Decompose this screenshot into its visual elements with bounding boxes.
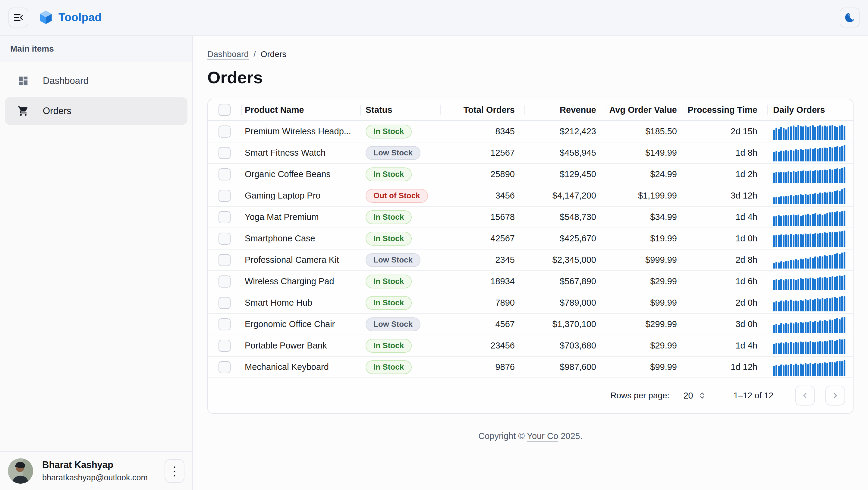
cell-processing-time: 1d 12h xyxy=(687,362,767,372)
cell-processing-time: 1d 2h xyxy=(687,169,767,179)
column-header-total-orders[interactable]: Total Orders xyxy=(440,105,524,115)
copyright: Copyright © Your Co 2025. xyxy=(207,431,854,441)
row-checkbox-cell xyxy=(208,361,241,373)
cell-avg-order-value: $185.50 xyxy=(606,126,687,136)
column-header-revenue[interactable]: Revenue xyxy=(524,105,606,115)
sidebar-item-orders[interactable]: Orders xyxy=(5,97,187,125)
cell-processing-time: 3d 12h xyxy=(687,191,767,201)
pager-buttons xyxy=(795,385,845,405)
daily-orders-sparkline xyxy=(773,337,845,354)
rows-per-page-spinner[interactable] xyxy=(698,391,707,400)
column-header-daily-orders[interactable]: Daily Orders xyxy=(767,105,853,115)
table-row[interactable]: Premium Wireless Headp... In Stock 8345 … xyxy=(208,121,853,142)
collapse-sidebar-button[interactable] xyxy=(8,7,28,27)
cell-product-name: Yoga Mat Premium xyxy=(241,212,360,222)
cell-processing-time: 1d 4h xyxy=(687,341,767,351)
cell-product-name: Ergonomic Office Chair xyxy=(241,319,360,329)
row-checkbox[interactable] xyxy=(218,276,230,288)
cell-status: In Stock xyxy=(360,125,440,139)
table-row[interactable]: Smartphone Case In Stock 42567 $425,670 … xyxy=(208,228,853,250)
table-row[interactable]: Mechanical Keyboard In Stock 9876 $987,6… xyxy=(208,357,853,378)
row-checkbox[interactable] xyxy=(218,168,230,180)
select-all-checkbox[interactable] xyxy=(218,104,230,116)
brand[interactable]: Toolpad xyxy=(39,10,101,25)
cell-status: Low Stock xyxy=(360,253,440,267)
row-checkbox[interactable] xyxy=(218,340,230,352)
app-title: Toolpad xyxy=(59,11,101,24)
next-page-button[interactable] xyxy=(825,385,845,405)
app-header: Toolpad xyxy=(0,0,868,36)
table-row[interactable]: Portable Power Bank In Stock 23456 $703,… xyxy=(208,335,853,357)
cell-total-orders: 2345 xyxy=(440,255,524,265)
row-checkbox[interactable] xyxy=(218,318,230,330)
status-badge: Out of Stock xyxy=(366,189,428,203)
column-header-status[interactable]: Status xyxy=(360,105,440,115)
daily-orders-sparkline xyxy=(773,166,845,183)
table-row[interactable]: Smart Fitness Watch Low Stock 12567 $458… xyxy=(208,142,853,164)
cell-total-orders: 23456 xyxy=(440,341,524,351)
sidebar: Main items Dashboard Orders xyxy=(0,36,193,490)
header-checkbox-cell xyxy=(208,104,241,116)
cell-product-name: Premium Wireless Headp... xyxy=(241,126,360,136)
table-row[interactable]: Gaming Laptop Pro Out of Stock 3456 $4,1… xyxy=(208,185,853,207)
cell-processing-time: 2d 15h xyxy=(687,126,767,136)
cell-daily-orders xyxy=(767,294,853,311)
cell-product-name: Wireless Charging Pad xyxy=(241,277,360,286)
cell-revenue: $789,000 xyxy=(524,298,606,308)
previous-page-button[interactable] xyxy=(795,385,815,405)
cell-status: Out of Stock xyxy=(360,189,440,203)
row-checkbox[interactable] xyxy=(218,147,230,159)
table-row[interactable]: Organic Coffee Beans In Stock 25890 $129… xyxy=(208,164,853,185)
daily-orders-sparkline xyxy=(773,294,845,311)
cell-avg-order-value: $99.99 xyxy=(606,362,687,372)
company-link[interactable]: Your Co xyxy=(527,431,558,441)
cell-daily-orders xyxy=(767,359,853,376)
daily-orders-sparkline xyxy=(773,230,845,247)
cell-product-name: Professional Camera Kit xyxy=(241,255,360,265)
cell-processing-time: 1d 8h xyxy=(687,148,767,158)
cell-total-orders: 12567 xyxy=(440,148,524,158)
cell-status: In Stock xyxy=(360,275,440,288)
row-checkbox[interactable] xyxy=(218,211,230,223)
row-checkbox[interactable] xyxy=(218,254,230,266)
sidebar-section-label: Main items xyxy=(0,36,192,62)
column-header-processing-time[interactable]: Processing Time xyxy=(687,105,767,115)
orders-table: Product Name Status Total Orders Revenue… xyxy=(207,99,854,414)
copyright-suffix: 2025. xyxy=(558,431,583,441)
daily-orders-sparkline xyxy=(773,273,845,290)
row-checkbox[interactable] xyxy=(218,233,230,245)
cell-processing-time: 3d 0h xyxy=(687,319,767,329)
rows-per-page-select[interactable]: 20 xyxy=(683,391,693,401)
cell-processing-time: 2d 8h xyxy=(687,255,767,265)
table-row[interactable]: Ergonomic Office Chair Low Stock 4567 $1… xyxy=(208,314,853,335)
cell-daily-orders xyxy=(767,230,853,247)
row-checkbox-cell xyxy=(208,276,241,288)
cell-processing-time: 1d 4h xyxy=(687,212,767,222)
cell-revenue: $129,450 xyxy=(524,169,606,179)
cell-status: In Stock xyxy=(360,360,440,374)
table-row[interactable]: Yoga Mat Premium In Stock 15678 $548,730… xyxy=(208,207,853,228)
table-row[interactable]: Wireless Charging Pad In Stock 18934 $56… xyxy=(208,271,853,292)
breadcrumb-link-dashboard[interactable]: Dashboard xyxy=(207,50,249,59)
table-row[interactable]: Smart Home Hub In Stock 7890 $789,000 $9… xyxy=(208,292,853,314)
table-body: Premium Wireless Headp... In Stock 8345 … xyxy=(208,121,853,378)
row-checkbox[interactable] xyxy=(218,297,230,309)
row-checkbox-cell xyxy=(208,125,241,138)
user-menu-button[interactable]: ⋮ xyxy=(164,459,184,483)
row-checkbox[interactable] xyxy=(218,125,230,138)
cell-revenue: $1,370,100 xyxy=(524,319,606,329)
row-checkbox[interactable] xyxy=(218,361,230,373)
cell-avg-order-value: $999.99 xyxy=(606,255,687,265)
toolpad-logo xyxy=(39,10,53,25)
theme-toggle-button[interactable] xyxy=(840,7,860,27)
daily-orders-sparkline xyxy=(773,145,845,162)
column-header-product-name[interactable]: Product Name xyxy=(241,105,360,115)
row-checkbox[interactable] xyxy=(218,190,230,202)
table-row[interactable]: Professional Camera Kit Low Stock 2345 $… xyxy=(208,250,853,271)
avatar[interactable] xyxy=(8,458,33,484)
cell-total-orders: 3456 xyxy=(440,191,524,201)
cell-status: Low Stock xyxy=(360,317,440,331)
sidebar-item-dashboard[interactable]: Dashboard xyxy=(5,67,187,95)
cell-revenue: $212,423 xyxy=(524,126,606,136)
column-header-avg-order-value[interactable]: Avg Order Value xyxy=(606,105,687,115)
